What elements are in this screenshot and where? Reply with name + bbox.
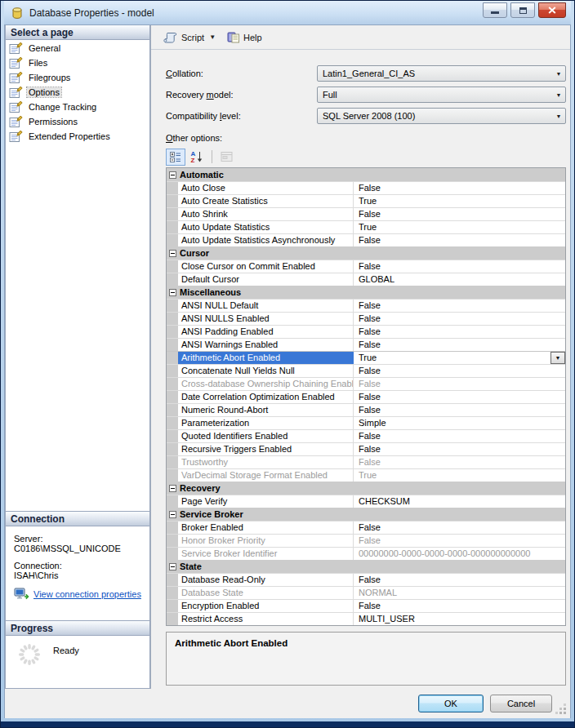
property-row-auto-shrink[interactable]: Auto ShrinkFalse <box>167 207 565 220</box>
property-value[interactable]: False <box>354 365 565 377</box>
property-row-ansi-warnings-enabled[interactable]: ANSI Warnings EnabledFalse <box>167 338 565 351</box>
property-row-cross-database-ownership-chaining-enabled[interactable]: Cross-database Ownership Chaining Enable… <box>167 377 565 390</box>
category-label: Miscellaneous <box>180 287 241 297</box>
property-value[interactable]: False <box>354 300 565 312</box>
property-value[interactable]: False <box>354 574 565 586</box>
property-value[interactable]: GLOBAL <box>354 273 565 286</box>
property-row-arithmetic-abort-enabled[interactable]: Arithmetic Abort EnabledTrue▼ <box>167 351 565 364</box>
property-value[interactable]: False <box>354 313 565 325</box>
property-row-database-read-only[interactable]: Database Read-OnlyFalse <box>167 573 565 586</box>
category-recovery[interactable]: Recovery <box>167 482 565 495</box>
property-row-date-correlation-optimization-enabled[interactable]: Date Correlation Optimization EnabledFal… <box>167 390 565 403</box>
collation-dropdown[interactable]: Latin1_General_CI_AS▼ <box>317 65 566 82</box>
cancel-button[interactable]: Cancel <box>490 695 552 712</box>
property-value[interactable]: False <box>354 535 565 547</box>
property-value[interactable]: MULTI_USER <box>354 613 565 625</box>
collapse-icon[interactable] <box>169 289 176 296</box>
property-value[interactable]: CHECKSUM <box>354 495 565 508</box>
property-row-database-state[interactable]: Database StateNORMAL <box>167 586 565 599</box>
alphabetical-button[interactable]: A Z <box>187 149 207 166</box>
sidebar-item-general[interactable]: General <box>6 42 149 55</box>
sidebar-item-files[interactable]: Files <box>6 56 149 69</box>
property-row-auto-update-statistics-asynchronously[interactable]: Auto Update Statistics AsynchronouslyFal… <box>167 233 565 246</box>
property-value[interactable]: 00000000-0000-0000-0000-000000000000 <box>354 548 565 560</box>
sidebar-item-filegroups[interactable]: Filegroups <box>6 71 149 84</box>
property-value[interactable]: False <box>354 600 565 612</box>
property-row-page-verify[interactable]: Page VerifyCHECKSUM <box>167 495 565 508</box>
property-row-honor-broker-priority[interactable]: Honor Broker PriorityFalse <box>167 534 565 547</box>
property-row-broker-enabled[interactable]: Broker EnabledFalse <box>167 521 565 534</box>
property-row-restrict-access[interactable]: Restrict AccessMULTI_USER <box>167 612 565 625</box>
property-value[interactable]: False <box>354 339 565 351</box>
property-value[interactable]: True▼ <box>354 352 565 364</box>
property-name: Honor Broker Priority <box>178 535 354 547</box>
property-row-recursive-triggers-enabled[interactable]: Recursive Triggers EnabledFalse <box>167 442 565 455</box>
property-row-ansi-nulls-enabled[interactable]: ANSI NULLS EnabledFalse <box>167 312 565 325</box>
resize-grip[interactable] <box>564 712 566 714</box>
category-automatic[interactable]: Automatic <box>167 168 565 181</box>
script-button[interactable]: Script ▼ <box>158 29 221 47</box>
property-value[interactable]: False <box>354 391 565 403</box>
property-value[interactable]: False <box>354 430 565 442</box>
property-row-concatenate-null-yields-null[interactable]: Concatenate Null Yields NullFalse <box>167 364 565 377</box>
property-value[interactable]: False <box>354 404 565 416</box>
property-value[interactable]: True <box>354 221 565 233</box>
category-service-broker[interactable]: Service Broker <box>167 508 565 521</box>
category-state[interactable]: State <box>167 560 565 573</box>
sidebar-item-options[interactable]: Options <box>6 86 149 99</box>
property-value[interactable]: False <box>354 234 565 246</box>
property-value[interactable]: True <box>354 469 565 482</box>
property-name: Cross-database Ownership Chaining Enable… <box>178 378 354 390</box>
sidebar-item-label: Change Tracking <box>27 102 98 112</box>
property-row-numeric-round-abort[interactable]: Numeric Round-AbortFalse <box>167 403 565 416</box>
property-row-default-cursor[interactable]: Default CursorGLOBAL <box>167 273 565 286</box>
sidebar-item-extended-properties[interactable]: Extended Properties <box>6 130 149 143</box>
category-cursor[interactable]: Cursor <box>167 246 565 260</box>
property-value[interactable]: Simple <box>354 417 565 429</box>
sidebar-item-permissions[interactable]: Permissions <box>6 115 149 128</box>
minimize-button[interactable] <box>483 2 507 18</box>
property-row-ansi-padding-enabled[interactable]: ANSI Padding EnabledFalse <box>167 325 565 338</box>
property-row-auto-update-statistics[interactable]: Auto Update StatisticsTrue <box>167 220 565 233</box>
help-button[interactable]: Help <box>221 28 268 47</box>
property-row-auto-create-statistics[interactable]: Auto Create StatisticsTrue <box>167 194 565 207</box>
property-value[interactable]: True <box>354 195 565 207</box>
property-value[interactable]: False <box>354 443 565 455</box>
property-value[interactable]: False <box>354 208 565 220</box>
property-row-parameterization[interactable]: ParameterizationSimple <box>167 416 565 429</box>
sidebar-item-label: Filegroups <box>27 73 72 82</box>
property-row-encryption-enabled[interactable]: Encryption EnabledFalse <box>167 599 565 612</box>
property-value[interactable]: False <box>354 378 565 390</box>
value-dropdown-button[interactable]: ▼ <box>550 352 565 364</box>
recovery-model-dropdown[interactable]: Full▼ <box>317 87 566 103</box>
collapse-icon[interactable] <box>169 171 176 179</box>
property-value[interactable]: False <box>354 522 565 534</box>
collapse-icon[interactable] <box>169 563 176 570</box>
property-row-quoted-identifiers-enabled[interactable]: Quoted Identifiers EnabledFalse <box>167 429 565 442</box>
property-value[interactable]: False <box>354 326 565 338</box>
titlebar[interactable]: Database Properties - model <box>4 1 571 24</box>
property-value[interactable]: False <box>354 182 565 194</box>
collapse-icon[interactable] <box>169 485 176 492</box>
collapse-icon[interactable] <box>169 250 176 257</box>
property-value[interactable]: NORMAL <box>354 587 565 599</box>
sidebar-item-change-tracking[interactable]: Change Tracking <box>6 100 149 113</box>
collapse-icon[interactable] <box>169 511 176 518</box>
ok-button[interactable]: OK <box>418 695 484 712</box>
compatibility-level-dropdown[interactable]: SQL Server 2008 (100)▼ <box>317 108 566 124</box>
close-button[interactable] <box>538 2 566 18</box>
maximize-button[interactable] <box>510 2 535 18</box>
property-row-ansi-null-default[interactable]: ANSI NULL DefaultFalse <box>167 299 565 312</box>
property-row-trustworthy[interactable]: TrustworthyFalse <box>167 455 565 468</box>
property-name: Quoted Identifiers Enabled <box>178 430 354 442</box>
property-row-auto-close[interactable]: Auto CloseFalse <box>167 181 565 194</box>
category-miscellaneous[interactable]: Miscellaneous <box>167 286 565 299</box>
property-value[interactable]: False <box>354 456 565 468</box>
property-row-vardecimal-storage-format-enabled[interactable]: VarDecimal Storage Format EnabledTrue <box>167 468 565 482</box>
view-connection-properties-link[interactable]: View connection properties <box>33 589 141 599</box>
property-row-service-broker-identifier[interactable]: Service Broker Identifier00000000-0000-0… <box>167 547 565 560</box>
property-value[interactable]: False <box>354 260 565 273</box>
property-description-panel: Arithmetic Abort Enabled <box>166 632 566 686</box>
property-row-close-cursor-on-commit-enabled[interactable]: Close Cursor on Commit EnabledFalse <box>167 260 565 273</box>
categorized-button[interactable] <box>166 149 185 166</box>
